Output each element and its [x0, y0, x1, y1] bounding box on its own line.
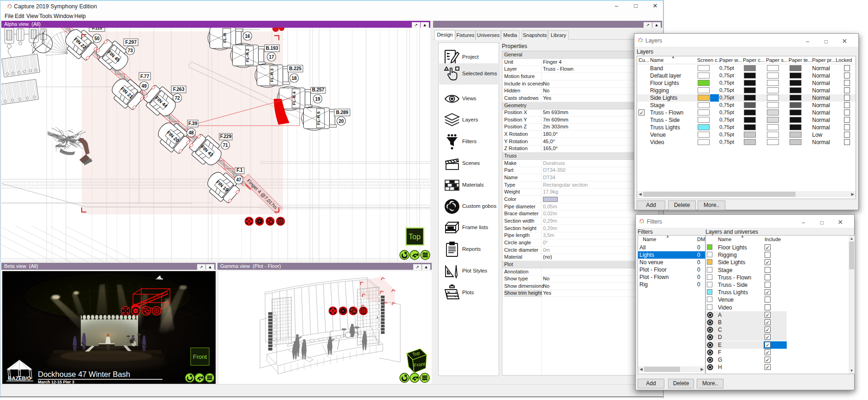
svg-text:B.257: B.257: [312, 87, 325, 92]
svg-text:F.1: F.1: [236, 168, 243, 173]
svg-text:47: 47: [236, 177, 241, 182]
svg-text:Dockhouse 47 Winter Bash: Dockhouse 47 Winter Bash: [38, 370, 130, 378]
svg-text:F.115: F.115: [92, 28, 102, 30]
svg-text:20: 20: [338, 119, 344, 124]
svg-text:F.297: F.297: [125, 40, 137, 45]
svg-text:B.193: B.193: [266, 46, 278, 51]
svg-text:16: 16: [245, 34, 250, 39]
svg-text:Front: Front: [193, 353, 207, 360]
svg-text:B.225: B.225: [289, 66, 301, 71]
svg-text:March 12-15 Pier 3: March 12-15 Pier 3: [38, 380, 74, 384]
svg-text:17: 17: [269, 55, 274, 60]
svg-text:GAZEB/O: GAZEB/O: [8, 376, 31, 381]
svg-text:B.289: B.289: [336, 110, 349, 115]
svg-text:49: 49: [141, 84, 147, 89]
svg-text:F.263: F.263: [173, 87, 185, 92]
svg-text:FL-R 4: FL-R 4: [291, 91, 296, 105]
svg-text:71: 71: [223, 143, 228, 148]
svg-text:F.39: F.39: [188, 121, 197, 126]
svg-text:FL-R 2: FL-R 2: [245, 48, 250, 62]
svg-text:72: 72: [175, 96, 180, 101]
svg-text:19: 19: [315, 97, 320, 102]
svg-text:FL-R 5: FL-R 5: [316, 111, 321, 125]
svg-text:50: 50: [94, 36, 100, 41]
svg-text:48: 48: [188, 130, 194, 135]
svg-text:FL-R: FL-R: [222, 33, 227, 43]
svg-text:18: 18: [291, 76, 297, 81]
svg-text:FL-R 3: FL-R 3: [269, 68, 274, 82]
svg-text:F.229: F.229: [220, 134, 232, 139]
svg-text:Top: Top: [409, 233, 421, 241]
svg-text:F.77: F.77: [140, 74, 149, 79]
svg-text:73: 73: [127, 48, 133, 53]
